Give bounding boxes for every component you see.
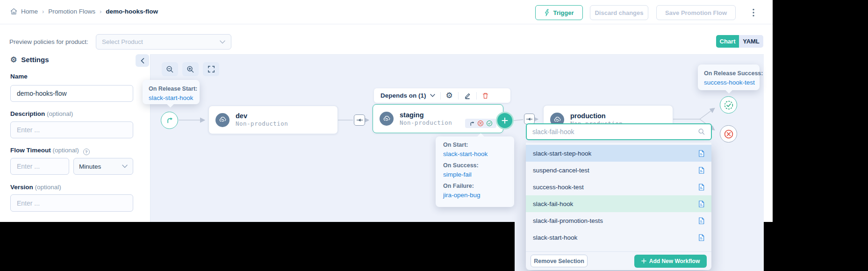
- settings-header: ⚙ Settings: [10, 55, 49, 64]
- staging-node-toolbar: Depends on (1) ⚙: [374, 88, 510, 103]
- workflow-list-item[interactable]: success-hook-test: [526, 178, 711, 195]
- release-failure-node[interactable]: [720, 125, 737, 143]
- flow-timeout-input[interactable]: [10, 158, 69, 175]
- circle-check-icon: [724, 100, 734, 110]
- node-title: production: [570, 112, 623, 120]
- tab-yaml[interactable]: YAML: [739, 35, 763, 48]
- workflow-search-input[interactable]: [532, 128, 698, 136]
- breadcrumb-separator: ›: [100, 8, 101, 15]
- turn-right-arrow-icon: [165, 116, 174, 125]
- workflow-search-box: [526, 123, 712, 140]
- save-promotion-flow-button[interactable]: Save Promotion Flow: [656, 5, 736, 20]
- chevron-down-icon: [220, 40, 225, 44]
- workflow-list-item[interactable]: suspend-cancel-test: [526, 162, 711, 178]
- document-icon: [698, 150, 704, 157]
- breadcrumb-separator: ›: [42, 8, 44, 15]
- breadcrumb: Home › Promotion Flows › demo-hooks-flow: [10, 7, 158, 15]
- trigger-button[interactable]: Trigger: [535, 5, 583, 20]
- workflow-item-label: suspend-cancel-test: [533, 167, 589, 174]
- search-icon: [698, 128, 705, 136]
- help-mark: ?: [85, 149, 88, 154]
- flow-start-node[interactable]: [161, 112, 178, 129]
- timeout-unit-select[interactable]: Minutes: [73, 158, 133, 175]
- workflow-item-label: slack-fail-hook: [533, 200, 573, 207]
- header-bar: Home › Promotion Flows › demo-hooks-flow…: [0, 0, 773, 24]
- edge-settings-button[interactable]: [354, 114, 365, 126]
- chevron-left-icon: [141, 58, 144, 64]
- turn-right-arrow-icon: [469, 121, 475, 127]
- workflow-list-item[interactable]: slack-fail-promotion-tests: [526, 212, 711, 229]
- remove-selection-button[interactable]: Remove Selection: [531, 255, 588, 267]
- sidebar-collapse-button[interactable]: [136, 54, 149, 67]
- depends-on-label: Depends on (1): [380, 92, 426, 99]
- page: Home › Promotion Flows › demo-hooks-flow…: [0, 0, 868, 271]
- add-environment-button[interactable]: [496, 112, 514, 129]
- workflow-item-label: slack-start-step-hook: [533, 150, 591, 157]
- version-input[interactable]: [10, 194, 133, 212]
- node-title: staging: [400, 111, 452, 119]
- zoom-out-button[interactable]: [162, 62, 178, 76]
- tab-chart[interactable]: Chart: [716, 35, 739, 48]
- workflow-list-item[interactable]: slack-start-hook: [526, 229, 711, 246]
- workflow-panel-footer: Remove Selection Add New Workflow: [526, 251, 711, 270]
- discard-changes-button[interactable]: Discard changes: [590, 5, 648, 20]
- save-label: Save Promotion Flow: [665, 9, 727, 16]
- node-title: dev: [236, 112, 288, 120]
- document-icon: [698, 200, 704, 207]
- breadcrumb-section[interactable]: Promotion Flows: [48, 8, 95, 15]
- view-toggle: Chart YAML: [716, 35, 763, 48]
- tooltip-label: On Release Start:: [149, 84, 194, 93]
- hook-link[interactable]: slack-start-hook: [443, 150, 507, 159]
- circle-x-icon: [724, 129, 734, 139]
- zoom-in-button[interactable]: [182, 62, 199, 76]
- tab-chart-label: Chart: [720, 38, 736, 45]
- breadcrumb-home-label: Home: [21, 8, 38, 15]
- workflow-item-label: success-hook-test: [533, 184, 584, 191]
- more-options-button[interactable]: [747, 6, 760, 19]
- toolbar-divider: [476, 92, 477, 100]
- help-icon[interactable]: ?: [83, 149, 90, 155]
- edge-settings-button[interactable]: [524, 114, 535, 124]
- workflow-list-item[interactable]: slack-fail-hook: [526, 195, 711, 212]
- settings-title: Settings: [21, 56, 49, 64]
- workflow-dropdown-panel: slack-start-step-hook suspend-cancel-tes…: [526, 143, 711, 270]
- trigger-label: Trigger: [553, 9, 574, 16]
- optional-hint: (optional): [35, 184, 61, 191]
- depends-on-dropdown[interactable]: Depends on (1): [380, 92, 435, 99]
- product-select[interactable]: Select Product: [96, 34, 231, 50]
- add-new-workflow-button[interactable]: Add New Workflow: [634, 255, 707, 268]
- hook-label: On Start:: [443, 140, 507, 150]
- document-icon: [698, 167, 704, 174]
- environment-cloud-icon: [215, 113, 230, 127]
- timeout-unit-value: Minutes: [79, 163, 101, 170]
- hook-link[interactable]: jira-open-bug: [443, 191, 507, 200]
- delete-trash-icon[interactable]: [482, 92, 489, 100]
- staging-hooks-pill[interactable]: [465, 119, 496, 128]
- release-start-tooltip: On Release Start: slack-start-hook: [143, 80, 200, 104]
- node-settings-gear-icon[interactable]: ⚙: [446, 91, 453, 100]
- preview-policies-label: Preview policies for product:: [9, 38, 88, 45]
- product-select-placeholder: Select Product: [102, 38, 143, 45]
- chevron-down-icon: [430, 94, 435, 97]
- description-input[interactable]: [10, 121, 133, 138]
- release-success-node[interactable]: [720, 96, 737, 114]
- document-icon: [698, 234, 704, 241]
- lightning-icon: [544, 9, 550, 16]
- workflow-item-label: slack-start-hook: [533, 234, 577, 241]
- environment-cloud-icon: [380, 112, 394, 126]
- workflow-item-label: slack-fail-promotion-tests: [533, 217, 603, 224]
- name-input[interactable]: [10, 85, 133, 102]
- hook-label: On Failure:: [443, 181, 507, 191]
- flow-timeout-label-text: Flow Timeout: [10, 147, 51, 154]
- canvas-zoom-toolbar: [162, 62, 219, 76]
- staging-hooks-popup: On Start: slack-start-hook On Success: s…: [436, 136, 514, 207]
- fit-view-button[interactable]: [203, 62, 219, 76]
- breadcrumb-home[interactable]: Home: [10, 7, 38, 15]
- node-dev[interactable]: dev Non-production: [208, 106, 338, 134]
- circle-check-icon: [486, 120, 493, 127]
- edit-pencil-icon[interactable]: [464, 92, 471, 100]
- kebab-icon: [753, 8, 754, 17]
- hook-link[interactable]: simple-fail: [443, 170, 507, 179]
- workflow-list-item[interactable]: slack-start-step-hook: [526, 145, 711, 162]
- chevron-down-icon: [122, 164, 128, 168]
